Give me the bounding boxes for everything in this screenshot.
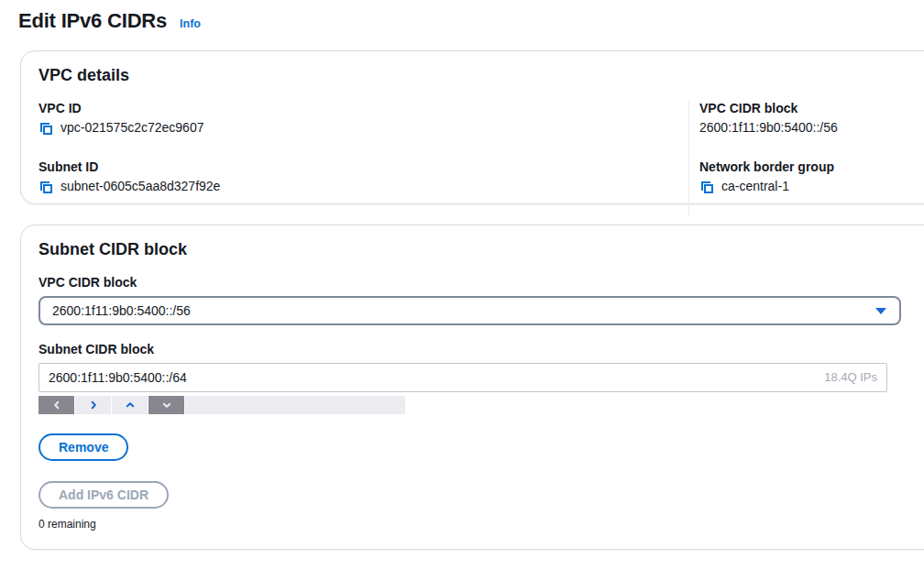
cidr-shift-right-button[interactable] (75, 396, 112, 414)
subnet-cidr-input-label: Subnet CIDR block (38, 341, 924, 357)
cidr-decrease-button[interactable] (148, 396, 185, 414)
vpc-details-left-column: VPC ID vpc-021575c2c72ec9607 Subnet ID (38, 100, 688, 217)
vpc-cidr-select-label: VPC CIDR block (38, 274, 924, 290)
copy-icon[interactable] (38, 180, 53, 194)
vpc-details-heading: VPC details (38, 65, 924, 85)
vpc-cidr-value: 2600:1f11:9b0:5400::/56 (699, 119, 838, 137)
copy-icon[interactable] (38, 121, 53, 136)
subnet-id-value-row: subnet-0605c5aa8d327f92e (38, 178, 688, 195)
page-header: Edit IPv6 CIDRs Info (18, 9, 201, 33)
page-title: Edit IPv6 CIDRs (18, 9, 167, 33)
chevron-down-icon (875, 308, 886, 314)
copy-icon[interactable] (699, 180, 714, 194)
remove-button[interactable]: Remove (38, 433, 128, 461)
vpc-details-columns: VPC ID vpc-021575c2c72ec9607 Subnet ID (38, 100, 924, 217)
vpc-cidr-field: VPC CIDR block 2600:1f11:9b0:5400::/56 (699, 100, 924, 137)
cidr-stepper (38, 396, 405, 414)
subnet-cidr-card: Subnet CIDR block VPC CIDR block 2600:1f… (20, 225, 924, 550)
vpc-cidr-value-row: 2600:1f11:9b0:5400::/56 (699, 119, 924, 137)
vpc-cidr-label: VPC CIDR block (699, 100, 924, 116)
vpc-id-value: vpc-021575c2c72ec9607 (60, 119, 204, 137)
add-ipv6-cidr-button[interactable]: Add IPv6 CIDR (38, 481, 169, 509)
subnet-cidr-input[interactable] (38, 363, 887, 392)
chevron-left-icon (52, 400, 61, 410)
subnet-cidr-heading: Subnet CIDR block (38, 239, 924, 259)
cidr-increase-button[interactable] (112, 396, 148, 414)
vpc-cidr-select-value: 2600:1f11:9b0:5400::/56 (52, 303, 191, 318)
cidr-shift-left-button[interactable] (38, 396, 75, 414)
network-border-group-label: Network border group (699, 159, 924, 175)
network-border-group-value-row: ca-central-1 (699, 178, 924, 195)
info-link[interactable]: Info (180, 17, 201, 30)
vpc-cidr-select[interactable]: 2600:1f11:9b0:5400::/56 (38, 296, 901, 325)
remaining-count: 0 remaining (38, 517, 924, 532)
chevron-up-icon (126, 400, 135, 410)
remove-row: Remove (38, 433, 924, 461)
vpc-id-field: VPC ID vpc-021575c2c72ec9607 (38, 100, 688, 137)
network-border-group-value: ca-central-1 (721, 178, 789, 195)
vpc-details-right-column: VPC CIDR block 2600:1f11:9b0:5400::/56 N… (688, 100, 924, 217)
vpc-id-label: VPC ID (38, 100, 688, 116)
chevron-down-icon (162, 400, 171, 410)
network-border-group-field: Network border group ca-central-1 (699, 159, 924, 195)
vpc-id-value-row: vpc-021575c2c72ec9607 (38, 119, 688, 137)
subnet-cidr-input-wrap: 18.4Q IPs (38, 363, 887, 392)
chevron-right-icon (89, 400, 98, 410)
subnet-id-label: Subnet ID (38, 159, 688, 175)
subnet-id-value: subnet-0605c5aa8d327f92e (60, 178, 220, 195)
subnet-id-field: Subnet ID subnet-0605c5aa8d327f92e (38, 159, 688, 195)
vpc-details-card: VPC details VPC ID vpc-021575c2c72ec9607… (20, 50, 924, 204)
